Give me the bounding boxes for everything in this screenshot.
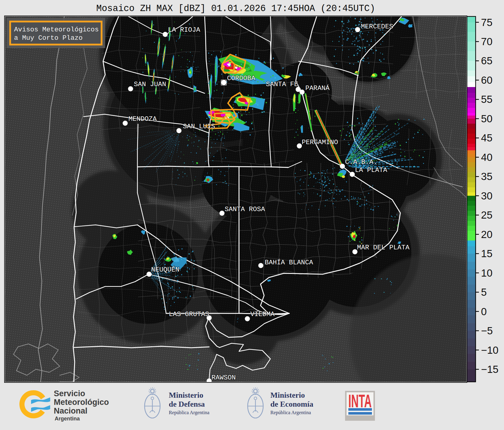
- svg-text:SANTA ROSA: SANTA ROSA: [225, 205, 265, 213]
- svg-text:65: 65: [481, 55, 492, 66]
- svg-text:INTA: INTA: [348, 391, 372, 411]
- svg-text:MERCEDES: MERCEDES: [361, 23, 393, 31]
- svg-text:SAN JUAN: SAN JUAN: [134, 80, 166, 88]
- svg-text:60: 60: [481, 74, 492, 86]
- svg-text:BAHÍA BLANCA: BAHÍA BLANCA: [265, 259, 313, 266]
- svg-text:15: 15: [481, 248, 492, 259]
- svg-text:Avisos Meteorológicos: Avisos Meteorológicos: [14, 26, 99, 33]
- svg-text:C.A.B.A.: C.A.B.A.: [345, 158, 377, 166]
- svg-text:a Muy Corto Plazo: a Muy Corto Plazo: [14, 34, 83, 42]
- svg-text:5: 5: [481, 286, 487, 298]
- svg-text:SAN LUIS: SAN LUIS: [183, 123, 215, 130]
- svg-text:LA PLATA: LA PLATA: [355, 166, 387, 174]
- svg-text:Nacional: Nacional: [54, 406, 88, 415]
- svg-text:VIEDMA: VIEDMA: [250, 310, 275, 318]
- svg-text:−5: −5: [481, 325, 493, 336]
- svg-text:MAR DEL PLATA: MAR DEL PLATA: [357, 244, 410, 251]
- svg-text:50: 50: [481, 113, 492, 124]
- svg-text:Meteorológico: Meteorológico: [54, 398, 109, 407]
- svg-text:de Defensa: de Defensa: [169, 400, 205, 408]
- svg-text:Ministerio: Ministerio: [169, 391, 203, 399]
- svg-text:MENDOZA: MENDOZA: [128, 115, 157, 123]
- svg-text:de Economía: de Economía: [270, 400, 313, 408]
- svg-text:NEUQUÉN: NEUQUÉN: [151, 266, 180, 274]
- svg-text:10: 10: [481, 267, 492, 279]
- svg-text:0: 0: [481, 306, 487, 317]
- svg-text:55: 55: [481, 94, 492, 105]
- svg-text:45: 45: [481, 132, 492, 144]
- svg-text:PARANÁ: PARANÁ: [305, 84, 330, 92]
- svg-text:20: 20: [481, 229, 492, 240]
- svg-text:República Argentina: República Argentina: [169, 410, 209, 415]
- svg-text:LA RIOJA: LA RIOJA: [168, 26, 200, 34]
- svg-text:República Argentina: República Argentina: [270, 410, 311, 415]
- svg-text:RAWSON: RAWSON: [212, 374, 236, 382]
- svg-text:70: 70: [481, 36, 492, 47]
- svg-text:LAS GRUTAS: LAS GRUTAS: [169, 310, 209, 318]
- svg-text:35: 35: [481, 171, 492, 182]
- svg-text:PERGAMINO: PERGAMINO: [302, 138, 338, 146]
- svg-text:30: 30: [481, 190, 492, 202]
- svg-text:Argentina: Argentina: [55, 416, 80, 422]
- svg-text:Ministerio: Ministerio: [270, 391, 305, 399]
- svg-text:SANTA FE: SANTA FE: [266, 80, 298, 88]
- svg-text:40: 40: [481, 152, 492, 163]
- svg-text:25: 25: [481, 209, 492, 221]
- svg-text:Servicio: Servicio: [54, 389, 85, 398]
- svg-text:−15: −15: [481, 364, 499, 375]
- svg-text:CORDOBA: CORDOBA: [227, 74, 255, 82]
- svg-text:75: 75: [481, 17, 492, 28]
- svg-text:−10: −10: [481, 344, 499, 356]
